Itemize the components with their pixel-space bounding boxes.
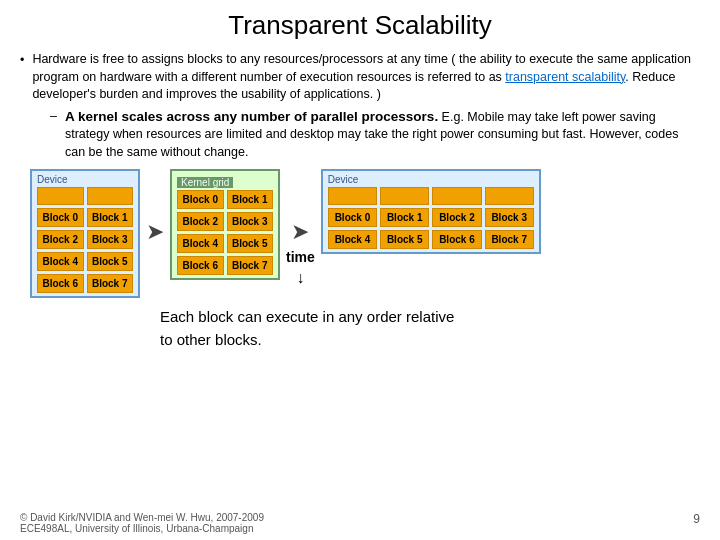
right-block-3: Block 3 [485, 208, 534, 227]
kernel-block-2: Block 2 [177, 212, 224, 231]
footer-left: © David Kirk/NVIDIA and Wen-mei W. Hwu, … [20, 512, 264, 534]
sub-bullet-item: – A kernel scales across any number of p… [50, 108, 700, 162]
left-device-box: Device Block 0 Block 1 Block 2 Block 3 B… [30, 169, 140, 298]
right-device-area: Device Block 0 Block 1 Block 2 Block 3 B… [321, 169, 541, 254]
kernel-label: Kernel grid [177, 177, 233, 188]
footer: © David Kirk/NVIDIA and Wen-mei W. Hwu, … [20, 512, 700, 534]
bullet-section: • Hardware is free to assigns blocks to … [20, 51, 700, 161]
left-block-4: Block 4 [37, 252, 84, 271]
kernel-block-4: Block 4 [177, 234, 224, 253]
device-empty-1 [37, 187, 84, 205]
bottom-text-line1: Each block can execute in any order rela… [160, 306, 700, 329]
right-block-2: Block 2 [432, 208, 481, 227]
left-block-7: Block 7 [87, 274, 134, 293]
right-block-5: Block 5 [380, 230, 429, 249]
transparent-scalability-link[interactable]: transparent scalability [505, 70, 625, 84]
bullet-item: • Hardware is free to assigns blocks to … [20, 51, 700, 104]
left-block-3: Block 3 [87, 230, 134, 249]
kernel-block-0: Block 0 [177, 190, 224, 209]
right-block-0: Block 0 [328, 208, 377, 227]
left-block-5: Block 5 [87, 252, 134, 271]
bottom-text-line2: to other blocks. [160, 329, 700, 352]
right-device-box: Device Block 0 Block 1 Block 2 Block 3 B… [321, 169, 541, 254]
time-section: ➤ time ↓ [286, 169, 315, 287]
arrow-right: ➤ [291, 219, 309, 245]
right-empty-4 [485, 187, 534, 205]
bullet-content: Hardware is free to assigns blocks to an… [32, 51, 700, 104]
left-block-0: Block 0 [37, 208, 84, 227]
footer-page: 9 [693, 512, 700, 534]
kernel-block-3: Block 3 [227, 212, 274, 231]
left-block-2: Block 2 [37, 230, 84, 249]
right-empty-2 [380, 187, 429, 205]
bottom-text: Each block can execute in any order rela… [160, 306, 700, 351]
left-block-6: Block 6 [37, 274, 84, 293]
sub-bullet-dash: – [50, 108, 57, 126]
sub-bullet-strong: A kernel scales across any number of par… [65, 109, 438, 124]
device-empty-2 [87, 187, 134, 205]
time-label: time [286, 249, 315, 265]
kernel-block-1: Block 1 [227, 190, 274, 209]
kernel-block-5: Block 5 [227, 234, 274, 253]
right-empty-3 [432, 187, 481, 205]
page-title: Transparent Scalability [20, 10, 700, 41]
sub-bullet-content: A kernel scales across any number of par… [65, 108, 700, 162]
left-device-label: Device [37, 174, 133, 185]
time-down-arrow: ↓ [296, 269, 304, 287]
right-block-7: Block 7 [485, 230, 534, 249]
right-device-label: Device [328, 174, 534, 185]
left-block-1: Block 1 [87, 208, 134, 227]
kernel-box: Kernel grid Block 0 Block 1 Block 2 Bloc… [170, 169, 280, 280]
arrow-left: ➤ [146, 169, 164, 245]
right-block-1: Block 1 [380, 208, 429, 227]
right-empty-1 [328, 187, 377, 205]
page: Transparent Scalability • Hardware is fr… [0, 0, 720, 540]
kernel-block-7: Block 7 [227, 256, 274, 275]
kernel-block-6: Block 6 [177, 256, 224, 275]
right-block-4: Block 4 [328, 230, 377, 249]
right-block-6: Block 6 [432, 230, 481, 249]
bullet-dot: • [20, 52, 24, 70]
